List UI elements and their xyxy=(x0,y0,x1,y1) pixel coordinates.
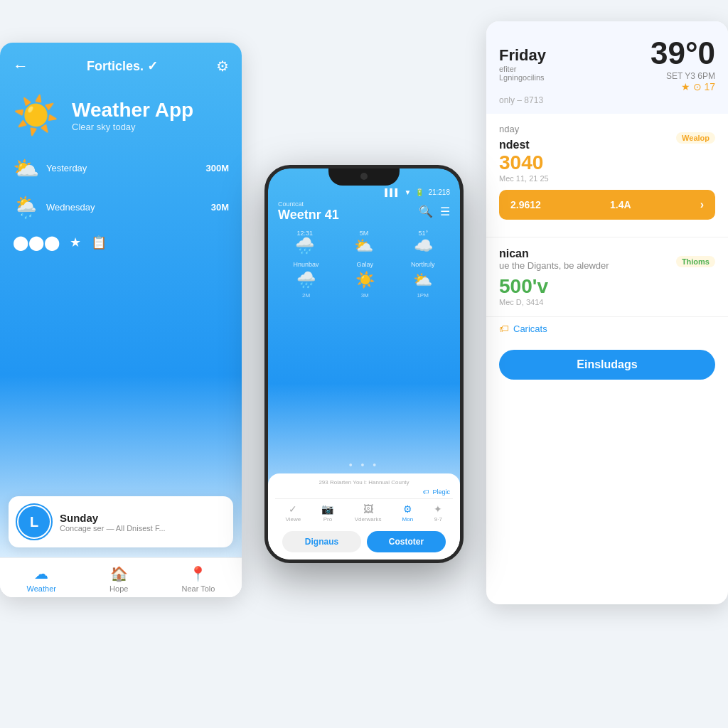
right-s2-value: 500'v xyxy=(499,275,715,298)
right-temp: 39°0 xyxy=(651,36,715,71)
right-section-1: nday ndest Wealop 3040 Mec 11, 21 25 2.9… xyxy=(486,114,728,237)
timeline-icon-2: 🌦️ xyxy=(13,195,39,220)
caricats-label: Caricats xyxy=(513,323,547,334)
vderwarks-label: Vderwarks xyxy=(355,516,382,523)
nine-icon: ✦ xyxy=(434,503,442,515)
left-back-button[interactable]: ← xyxy=(13,57,28,75)
top-time-3: 51° xyxy=(414,230,433,237)
signal-icon: ▌▌▌ xyxy=(385,188,400,196)
viewe-label: Viewe xyxy=(286,516,301,523)
phone-forecast: Hnunbav 🌧️ 2M Galay ☀️ 3M Nortlruly ⛅ 1P… xyxy=(268,258,460,456)
top-icon-3: ☁️ xyxy=(414,237,433,255)
right-highlight-id: 2.9612 xyxy=(510,199,541,210)
left-nav-near[interactable]: 📍 Near Tolo xyxy=(182,565,215,593)
right-chevron-icon[interactable]: › xyxy=(700,198,704,211)
left-nav-hope-label: Hope xyxy=(109,584,128,593)
right-s2-badge: Thioms xyxy=(676,256,715,267)
forecast-item-1: Hnunbav 🌧️ 2M xyxy=(294,261,319,454)
right-day: Friday xyxy=(499,46,546,65)
phone-header: Countcat Weetnr 41 🔍 ☰ xyxy=(268,199,460,227)
right-cta-button[interactable]: Einsludags xyxy=(499,350,715,380)
left-nav-hope[interactable]: 🏠 Hope xyxy=(109,565,128,593)
pro-label: Pro xyxy=(323,516,332,523)
forecast-time-2: Galay xyxy=(356,261,373,268)
right-stars: ★ ⊙ 17 xyxy=(651,81,715,92)
phone-bottom-white: 293 Rolarten You l: Hannual County 🏷 Ple… xyxy=(268,473,460,560)
left-bottom-nav: ☁ Weather 🏠 Hope 📍 Near Tolo xyxy=(0,557,242,597)
left-background-panel: ← Forticles. ✓ ⚙ ☀️ Weather App Clear sk… xyxy=(0,43,242,597)
right-s1-day: nday xyxy=(499,124,530,134)
pro-icon: 📷 xyxy=(321,503,333,515)
left-gear-icon[interactable]: ⚙ xyxy=(216,58,229,75)
forecast-label-3: 1PM xyxy=(417,292,428,299)
top-time-1: 12:31 xyxy=(295,230,314,237)
right-header: Friday efiter Lgningocilins 39°0 SET Y3 … xyxy=(486,21,728,114)
right-s2-meta: Mec D, 3414 xyxy=(499,298,715,306)
pledge-icon: 🏷 xyxy=(423,488,429,496)
phone: ▌▌▌ ▼ 🔋 21:218 Countcat Weetnr 41 🔍 ☰ xyxy=(264,165,464,563)
nine-label: 9∙7 xyxy=(434,516,442,523)
pledge-label: Plegic xyxy=(432,488,450,496)
phone-bottom-nav[interactable]: ✓ Viewe 📷 Pro 🖼 Vderwarks ⚙ Mon xyxy=(275,498,453,525)
left-card[interactable]: L Sunday Concage ser — All Dnisest F... xyxy=(9,496,233,547)
phone-nav-vderwarks[interactable]: 🖼 Vderwarks xyxy=(355,503,382,523)
right-background-panel: Friday efiter Lgningocilins 39°0 SET Y3 … xyxy=(486,21,728,604)
left-nav-weather-label: Weather xyxy=(27,584,56,593)
timeline-item-2: 🌦️ Wednesday 30M xyxy=(13,195,229,220)
timeline-label-1: Yesterday xyxy=(46,163,198,173)
phone-nav-mon[interactable]: ⚙ Mon xyxy=(402,503,414,523)
forecast-icon-1: 🌧️ xyxy=(296,271,316,289)
top-icon-2: ⛅ xyxy=(354,237,373,255)
left-nav-weather[interactable]: ☁ Weather xyxy=(27,565,56,593)
right-highlight-bar[interactable]: 2.9612 1.4A › xyxy=(499,190,715,220)
right-s1-meta: Mec 11, 21 25 xyxy=(499,174,715,183)
right-s1-sub: ndest xyxy=(499,139,530,151)
battery-icon: 🔋 xyxy=(415,188,424,196)
top-icon-1: 🌧️ xyxy=(295,237,314,255)
vderwarks-icon: 🖼 xyxy=(363,503,373,515)
forecast-time-1: Hnunbav xyxy=(294,261,319,268)
timeline-temp-2: 30M xyxy=(211,202,229,213)
top-time-2: 5M xyxy=(354,230,373,237)
forecast-icon-3: ⛅ xyxy=(413,271,432,289)
left-nav-near-label: Near Tolo xyxy=(182,584,215,593)
phone-notch xyxy=(328,168,400,186)
forecast-item-2: Galay ☀️ 3M xyxy=(355,261,375,454)
phone-bottom-buttons: Dignaus Costoter xyxy=(275,525,453,560)
phone-search-icon[interactable]: 🔍 xyxy=(419,205,433,218)
left-weather-city: Weather App xyxy=(72,99,193,122)
solid-button[interactable]: Costoter xyxy=(367,531,446,552)
right-highlight-label: 1.4A xyxy=(610,199,631,210)
phone-dots: • • • xyxy=(268,456,460,473)
phone-city: Weetnr 41 xyxy=(278,208,339,223)
phone-address: 293 Rolarten You l: Hannual County xyxy=(275,479,453,488)
near-nav-icon: 📍 xyxy=(189,565,207,582)
left-panel-title: Forticles. ✓ xyxy=(87,58,158,74)
phone-menu-icon[interactable]: ☰ xyxy=(440,205,450,218)
status-time: 21:218 xyxy=(428,188,450,196)
left-avatar: L xyxy=(18,506,50,537)
timeline-label-2: Wednesday xyxy=(46,202,204,213)
left-weather-sub: Clear sky today xyxy=(72,122,193,132)
phone-camera xyxy=(360,173,368,180)
wifi-icon: ▼ xyxy=(405,188,412,196)
timeline-temp-1: 300M xyxy=(205,163,229,173)
mon-icon: ⚙ xyxy=(403,503,412,515)
left-weather-icon: ☀️ xyxy=(13,94,59,137)
right-section-2: nican ue the Digants, be alewder Thioms … xyxy=(486,237,728,317)
phone-nav-viewe[interactable]: ✓ Viewe xyxy=(286,503,301,523)
phone-nav-pro[interactable]: 📷 Pro xyxy=(321,503,333,523)
forecast-label-1: 2M xyxy=(302,292,310,299)
phone-location: Countcat xyxy=(278,200,339,208)
weather-nav-icon: ☁ xyxy=(34,565,48,582)
phone-body: ▌▌▌ ▼ 🔋 21:218 Countcat Weetnr 41 🔍 ☰ xyxy=(264,165,464,563)
forecast-item-3: Nortlruly ⛅ 1PM xyxy=(411,261,435,454)
timeline-icon-1: ⛅ xyxy=(13,156,39,181)
hope-nav-icon: 🏠 xyxy=(110,565,128,582)
right-set: SET Y3 6PM xyxy=(651,71,715,81)
left-card-name: Sunday xyxy=(60,512,166,524)
viewe-icon: ✓ xyxy=(289,503,297,515)
phone-nav-9[interactable]: ✦ 9∙7 xyxy=(434,503,442,523)
ghost-button[interactable]: Dignaus xyxy=(282,531,361,552)
timeline-item-1: ⛅ Yesterday 300M xyxy=(13,156,229,181)
